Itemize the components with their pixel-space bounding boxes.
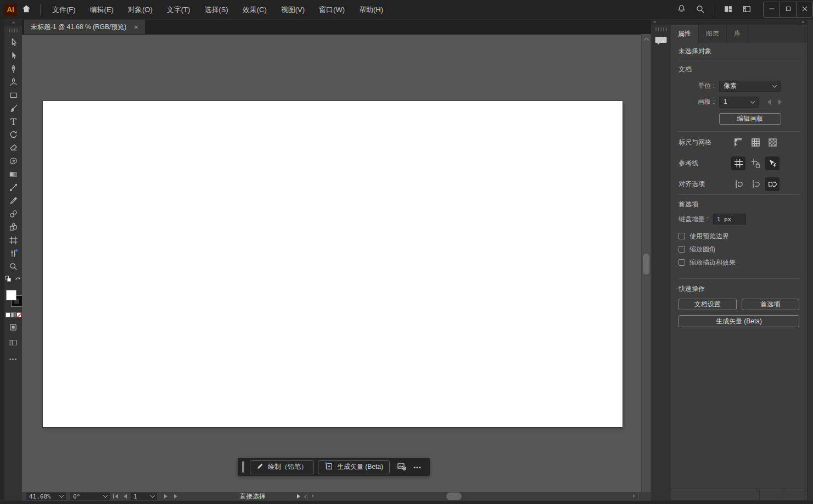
- menu-effect[interactable]: 效果(C): [236, 0, 274, 19]
- snap-to-point-icon[interactable]: [731, 177, 745, 191]
- menu-object[interactable]: 对象(O): [121, 0, 160, 19]
- canvas-pasteboard[interactable]: 绘制（铅笔） 生成矢量 (Beta) •••: [22, 34, 641, 492]
- gradient-mode-button[interactable]: [11, 312, 16, 317]
- menu-edit[interactable]: 编辑(E): [83, 0, 121, 19]
- grid-icon[interactable]: [748, 136, 762, 149]
- tools-collapse-icon[interactable]: »: [4, 20, 22, 26]
- lock-guides-icon[interactable]: [748, 156, 762, 170]
- menu-file[interactable]: 文件(F): [45, 0, 83, 19]
- scroll-left-icon[interactable]: ‹: [311, 492, 315, 501]
- edit-toolbar-icon[interactable]: •••: [9, 356, 18, 362]
- eyedropper-tool[interactable]: [6, 194, 20, 207]
- search-button[interactable]: [691, 0, 709, 19]
- tab-close-icon[interactable]: ×: [134, 24, 138, 31]
- dock-collapse-icon[interactable]: «: [651, 20, 671, 25]
- keyboard-increment-field[interactable]: 1 px: [713, 214, 746, 225]
- direct-selection-tool[interactable]: [6, 49, 20, 62]
- tab-layers[interactable]: 图层: [699, 25, 727, 43]
- tab-properties[interactable]: 属性: [671, 25, 699, 43]
- show-guides-icon[interactable]: [731, 156, 745, 170]
- document-section-title: 文档: [679, 65, 692, 74]
- next-artboard-icon[interactable]: [778, 99, 782, 105]
- zoom-tool[interactable]: [6, 260, 20, 273]
- screen-mode-button[interactable]: [6, 336, 20, 349]
- reference-image-button[interactable]: [394, 460, 410, 474]
- shaper-tool[interactable]: [6, 154, 20, 167]
- draw-pencil-button[interactable]: 绘制（铅笔）: [250, 460, 314, 474]
- home-button[interactable]: [17, 0, 36, 19]
- drawing-mode-button[interactable]: [6, 321, 20, 334]
- panel-collapse-icon[interactable]: »: [671, 20, 807, 25]
- artboard-dropdown[interactable]: 1: [719, 97, 759, 108]
- gradient-tool[interactable]: [6, 167, 20, 181]
- notifications-button[interactable]: [672, 0, 691, 19]
- next-artboard-button[interactable]: [161, 492, 170, 500]
- tab-libraries[interactable]: 库: [727, 25, 748, 43]
- arrange-documents-button[interactable]: [719, 0, 737, 19]
- horizontal-scrollbar[interactable]: ‹ ›: [307, 492, 639, 501]
- rotate-tool[interactable]: [6, 128, 20, 141]
- default-fill-stroke-icon[interactable]: [5, 276, 12, 284]
- menu-select[interactable]: 选择(S): [197, 0, 235, 19]
- preview-bounds-checkbox[interactable]: [679, 233, 685, 239]
- transparency-grid-icon[interactable]: [765, 136, 780, 149]
- taskbar-more-button[interactable]: •••: [410, 460, 425, 474]
- workspace-switcher-button[interactable]: [737, 0, 756, 19]
- swap-fill-stroke-icon[interactable]: [14, 275, 21, 284]
- rectangle-tool[interactable]: [6, 88, 20, 102]
- intertwine-tool[interactable]: [6, 247, 20, 260]
- menu-help[interactable]: 帮助(H): [352, 0, 390, 19]
- shape-builder-tool[interactable]: [6, 220, 20, 233]
- previous-artboard-icon[interactable]: [767, 99, 771, 105]
- document-setup-button[interactable]: 文档设置: [679, 299, 737, 310]
- artboard[interactable]: [43, 101, 623, 427]
- pen-tool[interactable]: [6, 62, 20, 75]
- previous-artboard-button[interactable]: [121, 492, 130, 500]
- vertical-scrollbar[interactable]: [641, 34, 651, 492]
- menu-type[interactable]: 文字(T): [160, 0, 198, 19]
- blend-tool[interactable]: [6, 207, 20, 220]
- curvature-tool[interactable]: [6, 75, 20, 88]
- generate-vector-button[interactable]: 生成矢量 (Beta): [318, 460, 390, 474]
- fill-swatch[interactable]: [6, 290, 16, 300]
- horizontal-scrollbar-thumb[interactable]: [446, 492, 462, 500]
- selection-tool[interactable]: [6, 36, 20, 49]
- width-tool[interactable]: [6, 181, 20, 194]
- first-artboard-button[interactable]: [111, 492, 120, 500]
- scroll-right-icon[interactable]: ›: [632, 492, 636, 501]
- rotation-select[interactable]: 0°: [70, 492, 110, 500]
- artboard-number-select[interactable]: 1: [131, 492, 157, 500]
- none-mode-button[interactable]: [16, 312, 21, 317]
- snap-to-pixel-icon[interactable]: [765, 177, 780, 191]
- vertical-scrollbar-thumb[interactable]: [643, 254, 649, 275]
- paintbrush-tool[interactable]: [6, 102, 20, 115]
- smart-guides-icon[interactable]: [765, 156, 780, 170]
- last-artboard-button[interactable]: [171, 492, 180, 500]
- scroll-up-icon[interactable]: [644, 38, 649, 43]
- preferences-button[interactable]: 首选项: [742, 299, 800, 310]
- document-tab[interactable]: 未标题-1 @ 41.68 % (RGB/预览) ×: [24, 20, 145, 34]
- eraser-tool[interactable]: [6, 141, 20, 154]
- scale-strokes-effects-checkbox[interactable]: [679, 259, 685, 266]
- previous-artboard-icon: [124, 494, 127, 499]
- generate-vector-quick-button[interactable]: 生成矢量 (Beta): [679, 315, 799, 327]
- tools-drag-handle[interactable]: [8, 29, 19, 32]
- snap-to-glyph-icon[interactable]: [748, 177, 762, 191]
- unit-dropdown[interactable]: 像素: [719, 81, 781, 92]
- menu-window[interactable]: 窗口(W): [312, 0, 352, 19]
- minimize-button[interactable]: [763, 2, 780, 18]
- dock-drag-handle[interactable]: [655, 27, 667, 31]
- type-tool[interactable]: [6, 115, 20, 128]
- scale-corners-checkbox[interactable]: [679, 246, 685, 253]
- corner-ruler-icon[interactable]: [731, 136, 745, 149]
- artboard-tool[interactable]: [6, 233, 20, 247]
- close-button[interactable]: [796, 2, 813, 18]
- chevron-down-icon: [772, 83, 777, 87]
- menu-view[interactable]: 视图(V): [274, 0, 312, 19]
- color-mode-button[interactable]: [5, 312, 10, 317]
- comments-panel-button[interactable]: [655, 36, 667, 48]
- maximize-button[interactable]: [780, 2, 797, 18]
- zoom-level-select[interactable]: 41.68%: [26, 492, 66, 500]
- edit-artboards-button[interactable]: 编辑画板: [719, 113, 781, 125]
- taskbar-drag-handle[interactable]: [242, 461, 244, 473]
